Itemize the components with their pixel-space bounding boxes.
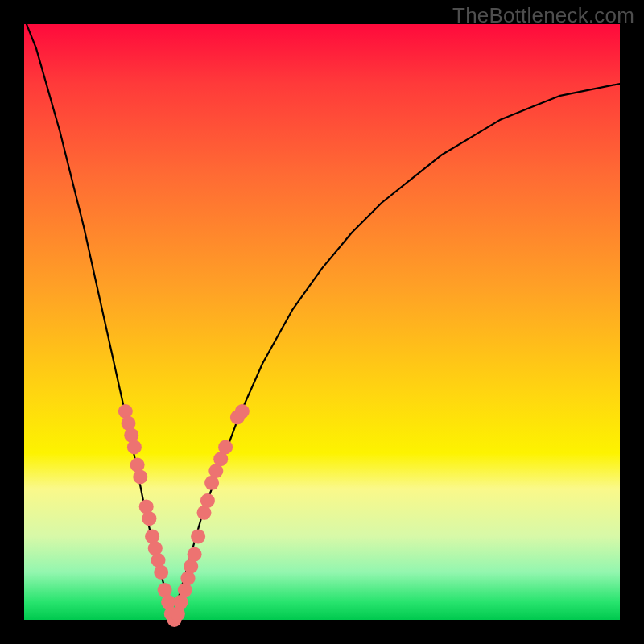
- curve-marker: [154, 565, 168, 580]
- curve-marker: [235, 404, 250, 419]
- curve-markers-group: [118, 404, 250, 627]
- curve-marker: [188, 547, 202, 562]
- curve-marker: [200, 493, 215, 508]
- bottleneck-chart: [24, 24, 620, 620]
- curve-marker: [133, 469, 147, 484]
- curve-marker: [218, 440, 233, 454]
- curve-marker: [191, 529, 205, 543]
- bottleneck-curve: [24, 19, 620, 620]
- curve-marker: [127, 440, 142, 454]
- curve-marker: [142, 511, 156, 526]
- chart-svg: [24, 24, 620, 620]
